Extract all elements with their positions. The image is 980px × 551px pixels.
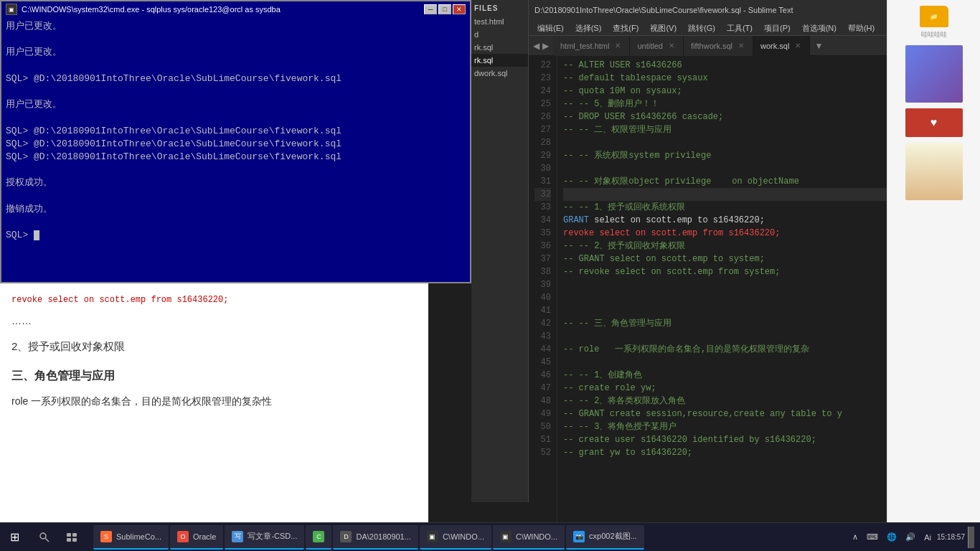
tab-untitled-close[interactable]: ✕ [667, 42, 676, 50]
code-line-25: -- -- 5、删除用户！！ [563, 98, 924, 110]
sidebar-item-html[interactable]: test.html [471, 15, 528, 28]
taskbar-app-cxp[interactable]: 📷 cxp002截图... [566, 525, 644, 550]
menu-edit[interactable]: 编辑(E) [532, 20, 570, 35]
code-line-24: -- quota 10M on sysaux; [563, 85, 924, 98]
menu-view[interactable]: 视图(V) [644, 20, 682, 35]
taskbar-clock: 15:18:57 [937, 532, 965, 542]
cmd-line [6, 85, 466, 98]
taskbar-apps: S SublimeCo... O Oracle 写 写文章-CSD... C D… [88, 525, 844, 550]
cmd2-app-icon: ▣ [500, 531, 512, 542]
cmd-line: 用户已更改。 [6, 20, 466, 33]
sidebar-item-d[interactable]: d [471, 28, 528, 41]
cmd-close-button[interactable]: ✕ [453, 4, 466, 14]
taskbar-taskview-icon[interactable] [59, 524, 85, 550]
tab-html-label: html_test.html [560, 42, 609, 50]
code-line-38: -- revoke select on scott.emp from syste… [563, 265, 924, 278]
tray-keyboard-icon[interactable]: ⌨ [864, 531, 881, 543]
code-line-42: -- -- 三、角色管理与应用 [563, 317, 924, 330]
cmd-line: SQL> @D:\20180901IntoThree\Oracle\SubLim… [6, 125, 466, 138]
taskbar-app-da[interactable]: D DA\20180901... [333, 525, 418, 550]
tab-untitled-label: untitled [637, 42, 662, 50]
taskbar-app-cmd1[interactable]: ▣ C\WINDO... [420, 525, 491, 550]
right-panel: 📁 哇哇哇哇 ♥ [887, 0, 980, 551]
tab-worksql[interactable]: work.sql ✕ [753, 36, 810, 56]
sidebar-item-rksql[interactable]: rk.sql [471, 41, 528, 54]
windows-icon: ⊞ [10, 530, 19, 544]
svg-rect-2 [67, 533, 71, 537]
cmd-controls[interactable]: ─ □ ✕ [424, 4, 466, 14]
tab-right-arrow[interactable]: ▶ [541, 41, 550, 51]
code-line-50: -- -- 3、将角色授予某用户 [563, 420, 924, 433]
cmd-line: 用户已更改。 [6, 98, 466, 111]
taskbar-da-label: DA\20180901... [356, 532, 410, 541]
sublime-app-icon: S [100, 531, 112, 542]
role-desc: role 一系列权限的命名集合，目的是简化权限管理的复杂性 [11, 390, 417, 412]
taskbar-sublime-label: SublimeCo... [116, 532, 161, 541]
tray-up-arrow[interactable]: ∧ [849, 531, 861, 543]
menu-project[interactable]: 项目(P) [758, 20, 796, 35]
cmd-line: 用户已更改。 [6, 46, 466, 59]
cmd-minimize-button[interactable]: ─ [424, 4, 437, 14]
taskbar-oracle-label: Oracle [193, 532, 216, 541]
code-line-26: -- DROP USER s16436266 cascade; [563, 110, 924, 123]
tray-sound-icon[interactable]: 🔊 [903, 531, 918, 543]
tab-navigation[interactable]: ◀ ▶ [529, 41, 553, 51]
taskbar-app-sublime[interactable]: S SublimeCo... [93, 525, 169, 550]
menu-prefs[interactable]: 首选项(N) [796, 20, 842, 35]
tab-html-test[interactable]: html_test.html ✕ [553, 36, 630, 56]
tray-ai-label[interactable]: Ai [921, 532, 934, 543]
cmd-window[interactable]: ▣ C:\WINDOWS\system32\cmd.exe - sqlplus … [0, 0, 471, 280]
menu-help[interactable]: 帮助(H) [842, 20, 880, 35]
code-line-41 [563, 304, 924, 317]
taskbar-csdn-label: 写文章-CSD... [248, 531, 297, 542]
tab-worksql-close[interactable]: ✕ [793, 42, 802, 50]
cmd-maximize-button[interactable]: □ [438, 4, 451, 14]
code-line-37: -- GRANT select on scott.emp to system; [563, 253, 924, 265]
menu-goto[interactable]: 跳转(G) [682, 20, 721, 35]
code-line-28 [563, 136, 924, 149]
sidebar-item-rksql-active[interactable]: rk.sql [471, 54, 528, 67]
tab-fifthwork-label: fifthwork.sql [691, 42, 732, 50]
code-editor[interactable]: -- ALTER USER s16436266 -- default table… [557, 56, 930, 535]
code-line-46: -- -- 1、创建角色 [563, 369, 924, 382]
revoke-line: revoke select on scott.emp from s1643622… [11, 291, 417, 310]
tray-network-icon[interactable]: 🌐 [884, 531, 900, 543]
svg-rect-4 [67, 538, 71, 542]
taskbar-app-oracle[interactable]: O Oracle [170, 525, 223, 550]
cmd-titlebar: ▣ C:\WINDOWS\system32\cmd.exe - sqlplus … [1, 1, 470, 17]
tab-untitled[interactable]: untitled ✕ [630, 36, 683, 56]
taskbar-search-icon[interactable] [32, 524, 57, 550]
cmd-line: SQL> @D:\20180901IntoThree\Oracle\SubLim… [6, 151, 466, 164]
cmd-line [6, 164, 466, 176]
taskbar-right: ∧ ⌨ 🌐 🔊 Ai 15:18:57 [844, 527, 980, 548]
menu-tools[interactable]: 工具(T) [721, 20, 758, 35]
taskbar-app-cmd2[interactable]: ▣ C\WINDO... [493, 525, 565, 550]
taskbar-app-chrome[interactable]: C [306, 525, 331, 550]
tab-html-close[interactable]: ✕ [613, 42, 622, 50]
sidebar-item-dworksql[interactable]: dwork.sql [471, 67, 528, 80]
taskbar-cmd2-label: C\WINDO... [516, 532, 557, 541]
code-line-22: -- ALTER USER s16436266 [563, 59, 924, 72]
oracle-app-icon: O [177, 531, 189, 542]
cmd-title-text: C:\WINDOWS\system32\cmd.exe - sqlplus sy… [22, 5, 281, 14]
tab-fifthwork[interactable]: fifthwork.sql ✕ [684, 36, 753, 56]
start-button[interactable]: ⊞ [0, 523, 29, 552]
code-line-32 [563, 188, 924, 201]
tab-fifthwork-close[interactable]: ✕ [737, 42, 745, 50]
code-line-34: GRANT select on scott.emp to s16436220; [563, 214, 924, 227]
tabs-dropdown[interactable]: ▼ [810, 41, 827, 51]
cxp-app-icon: 📷 [573, 531, 585, 542]
tab-left-arrow[interactable]: ◀ [532, 41, 541, 51]
ellipsis: …… [11, 310, 417, 331]
section3-heading: 三、角色管理与应用 [11, 361, 417, 391]
code-line-52: -- grant yw to s16436220; [563, 446, 924, 459]
cmd-icon: ▣ [6, 4, 17, 15]
code-line-43 [563, 330, 924, 343]
svg-point-0 [40, 533, 46, 539]
cmd1-app-icon: ▣ [427, 531, 438, 542]
menu-select[interactable]: 选择(S) [570, 20, 608, 35]
right-panel-text: 哇哇哇哇 [921, 30, 947, 39]
show-desktop-button[interactable] [968, 527, 974, 548]
taskbar-app-csdn[interactable]: 写 写文章-CSD... [225, 525, 304, 550]
menu-find[interactable]: 查找(F) [607, 20, 644, 35]
